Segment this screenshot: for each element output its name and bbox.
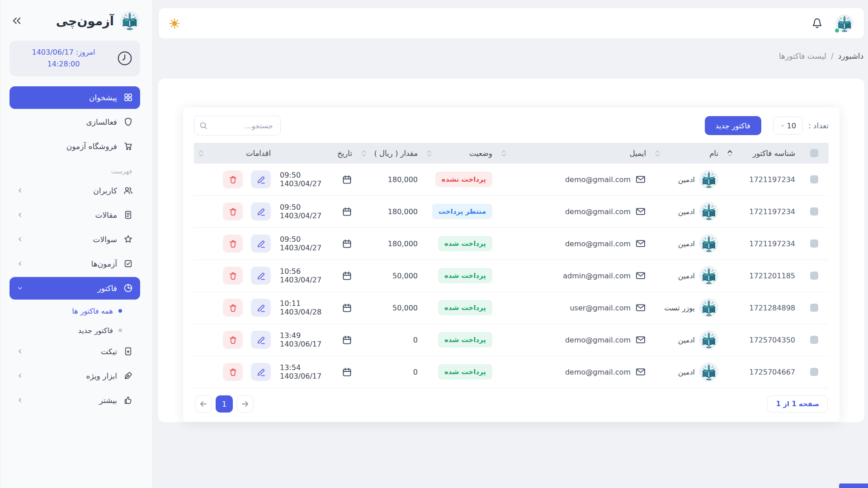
user-avatar [699, 298, 718, 317]
sidebar-subitem-new-invoice[interactable]: فاکتور جدید [9, 321, 140, 340]
header-status[interactable]: وضعیت [422, 149, 497, 158]
sidebar-item-special-tools[interactable]: ابزار ویژه [9, 365, 140, 387]
mail-icon [635, 174, 646, 185]
delete-invoice-button[interactable] [223, 331, 243, 349]
sidebar-collapse-icon[interactable] [9, 14, 24, 28]
breadcrumb-dashboard[interactable]: داشبورد [838, 52, 863, 61]
sort-icon [655, 150, 660, 157]
sidebar-item-exams[interactable]: آزمون‌ها [9, 253, 140, 275]
search-icon [199, 121, 208, 130]
row-checkbox[interactable] [810, 336, 818, 344]
today-date: امروز: 1403/06/17 [17, 47, 110, 58]
row-checkbox[interactable] [810, 304, 818, 312]
sidebar-subitem-all-invoices[interactable]: همه فاکتور ها [9, 301, 140, 321]
delete-invoice-button[interactable] [223, 235, 243, 253]
edit-pen-icon [256, 303, 266, 313]
bullet-dot-icon [118, 309, 122, 313]
sidebar-item-ticket[interactable]: تیکت [9, 340, 140, 363]
status-badge: پرداخت نشده [435, 172, 492, 187]
edit-invoice-button[interactable] [251, 299, 271, 317]
page-1-button[interactable]: 1 [216, 395, 233, 413]
chevron-down-icon [780, 123, 785, 128]
row-checkbox[interactable] [810, 368, 818, 376]
sidebar-item-questions[interactable]: سوالات [9, 228, 140, 251]
delete-invoice-button[interactable] [223, 202, 243, 221]
amount-value: 50,000 [392, 272, 418, 280]
delete-invoice-button[interactable] [223, 170, 243, 188]
bullet-dot-icon [118, 328, 122, 332]
pie-chart-icon [123, 283, 133, 293]
thumbs-up-icon [123, 395, 133, 405]
breadcrumb-separator: / [831, 52, 834, 61]
edit-invoice-button[interactable] [251, 202, 271, 221]
prev-page-button[interactable] [195, 395, 212, 413]
sidebar-item-activation[interactable]: فعالسازی [9, 111, 140, 133]
header-date[interactable]: تاریخ [275, 149, 357, 158]
row-checkbox[interactable] [810, 272, 818, 280]
trash-icon [228, 303, 238, 313]
invoice-date: 09:50 1403/04/27 [280, 171, 337, 188]
row-checkbox[interactable] [810, 175, 818, 183]
edit-invoice-button[interactable] [251, 235, 271, 253]
edit-pen-icon [256, 335, 266, 345]
invoice-id: 1721284898 [749, 304, 795, 312]
app-logo-icon [119, 10, 140, 31]
chevron-left-icon [17, 260, 24, 267]
sidebar-item-dashboard[interactable]: پیشخوان [9, 86, 140, 109]
edit-invoice-button[interactable] [251, 331, 271, 349]
sort-icon [727, 150, 732, 157]
chevron-down-icon [17, 285, 24, 291]
breadcrumb-invoice-list: لیست فاکتورها [779, 52, 826, 61]
header-invoice-id[interactable]: شناسه فاکتور [723, 149, 800, 158]
sidebar-item-exam-shop[interactable]: فروشگاه آزمون [9, 135, 140, 158]
sidebar-item-more[interactable]: بیشتر [9, 389, 140, 412]
users-icon [123, 186, 133, 195]
sidebar-item-invoice[interactable]: فاکتور [9, 277, 140, 300]
delete-invoice-button[interactable] [223, 363, 243, 381]
check-square-icon [123, 259, 133, 268]
trash-icon [228, 239, 238, 249]
theme-toggle-sun-icon[interactable] [169, 18, 180, 29]
pen-tool-icon [123, 371, 133, 380]
edit-invoice-button[interactable] [251, 170, 271, 188]
chevron-left-icon [17, 236, 24, 243]
edit-invoice-button[interactable] [251, 363, 271, 381]
user-avatar [699, 234, 718, 253]
calendar-icon [342, 206, 352, 217]
sidebar-item-users[interactable]: کاربران [9, 179, 140, 202]
header-actions: اقدامات [194, 149, 275, 158]
delete-invoice-button[interactable] [223, 267, 243, 285]
page-size-select[interactable]: 10 [773, 117, 803, 135]
row-checkbox[interactable] [810, 207, 818, 216]
ticket-icon [123, 347, 133, 356]
next-page-button[interactable] [236, 395, 254, 413]
header-email[interactable]: ایمیل [497, 149, 651, 158]
row-checkbox[interactable] [810, 239, 818, 248]
app-logo-icon [835, 14, 854, 33]
edit-invoice-button[interactable] [251, 267, 271, 285]
chevron-left-icon [17, 211, 24, 218]
table-body: 1721197234 ادمین demo@gmail. [194, 164, 829, 388]
breadcrumb: داشبورد / لیست فاکتورها [152, 52, 863, 61]
user-name: ادمین [678, 272, 695, 280]
trash-icon [228, 335, 238, 345]
trash-icon [228, 271, 238, 281]
select-all-checkbox[interactable] [810, 149, 818, 157]
user-name: ادمین [678, 336, 695, 344]
bottom-widget-sliver[interactable] [839, 483, 868, 488]
user-name: ادمین [678, 368, 695, 376]
amount-value: 50,000 [392, 304, 418, 312]
header-name[interactable]: نام [651, 149, 723, 158]
invoice-id: 1725704350 [749, 336, 795, 344]
edit-pen-icon [256, 175, 266, 184]
sidebar-item-articles[interactable]: مقالات [9, 204, 140, 226]
sort-icon [361, 150, 366, 157]
mail-icon [635, 334, 646, 345]
status-badge: پرداخت شده [438, 268, 492, 283]
notifications-bell-icon[interactable] [811, 17, 823, 29]
new-invoice-button[interactable]: فاکتور جدید [705, 116, 761, 135]
user-avatar [699, 362, 718, 381]
delete-invoice-button[interactable] [223, 299, 243, 317]
status-badge: پرداخت شده [438, 300, 492, 315]
header-amount[interactable]: مقدار ( ریال ) [357, 149, 422, 158]
